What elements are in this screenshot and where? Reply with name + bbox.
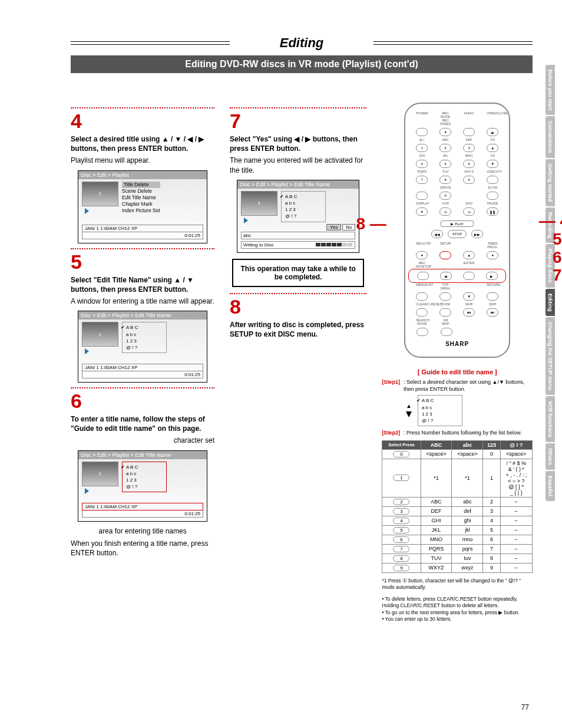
step7-number: 7 <box>230 111 366 131</box>
charset-box: A B C a b c 1 2 3 @ ! ? <box>281 191 326 222</box>
section-tab[interactable]: Changing the SETUP menu <box>546 317 555 395</box>
arrow-down-icon <box>406 411 412 417</box>
breadcrumb: Disc > Edit > Playlist > Edit Title Name <box>78 451 207 459</box>
step7-screen: Disc > Edit > Playlist > Edit Title Name… <box>237 180 359 253</box>
column-right: POWERREC MODE REC SPEEDAUDIOOPEN/CLOSE ●… <box>382 103 533 623</box>
section-tab[interactable]: Before you start <box>546 65 555 115</box>
breadcrumb: Disc > Edit > Playlist > Edit Title Name <box>78 311 207 319</box>
setup-button <box>439 251 451 259</box>
step6-number: 6 <box>71 391 214 411</box>
guide-bullets: • To delete letters, press CLEAR/C.RESET… <box>382 596 533 623</box>
section-tab[interactable]: Others <box>546 443 555 470</box>
step8-heading: After writing to disc is completed, pres… <box>230 320 366 339</box>
section-tab[interactable]: Connections <box>546 116 555 158</box>
guide-step1-tag: [Step1] <box>382 379 400 426</box>
page-title: Editing <box>71 35 533 51</box>
section-tab[interactable]: Getting started <box>546 159 555 206</box>
brand-logo: SHARP <box>410 341 504 347</box>
guide-step2-tag: [Step2] <box>382 430 400 437</box>
breadcrumb: Disc > Edit > Playlist > Edit Title Name <box>237 180 359 189</box>
step6-label-bottom: area for entering title names <box>71 526 214 536</box>
thumbnail-icon: 1 <box>82 322 118 347</box>
guide-step2-body: : Press Number buttons following by the … <box>404 430 533 437</box>
charset-box: A B C a b c 1 2 3 @ ! ? <box>122 322 167 353</box>
page-subtitle: Editing DVD-RW discs in VR mode (Playlis… <box>71 55 533 73</box>
breadcrumb: Disc > Edit > Playlist <box>78 171 207 179</box>
step7-heading: Select "Yes" using ◀ / ▶ buttons, then p… <box>230 134 366 153</box>
section-tab[interactable]: VCR functions <box>546 396 555 442</box>
page-number: 77 <box>521 703 529 711</box>
step6-screen: Disc > Edit > Playlist > Edit Title Name… <box>78 450 207 522</box>
eject-button: ⏏ <box>487 128 498 136</box>
step8-number: 8 <box>230 297 366 317</box>
charset-box: A B C a b c 1 2 3 @ ! ? <box>418 395 462 426</box>
guide-title: [ Guide to edit title name ] <box>382 368 533 375</box>
guide-step1-body: : Select a desired character set using ▲… <box>404 379 533 426</box>
play-button: ▶ PLAY <box>441 220 474 227</box>
section-tab[interactable]: Editing <box>546 289 555 317</box>
enter-button <box>463 272 475 280</box>
section-tab[interactable]: Español <box>546 471 555 501</box>
step5-body: A window for entering a title name will … <box>71 297 214 306</box>
callout-4567: — 4 5 6 7 <box>539 212 562 285</box>
step4-number: 4 <box>71 111 214 131</box>
guide-footnote: *1 Press ① button, character set will be… <box>382 578 533 591</box>
progress-icon <box>316 242 353 248</box>
rew-button: ◀◀ <box>431 230 443 238</box>
thumbnail-icon: 1 <box>82 182 118 206</box>
step5-number: 5 <box>71 252 214 272</box>
step4-body: Playlist menu will appear. <box>71 156 214 165</box>
charset-box: A B C a b c 1 2 3 @ ! ? <box>122 462 167 493</box>
step7-body: The name you entered will be activated f… <box>230 156 366 174</box>
stop-button: STOP <box>448 230 467 238</box>
step6-after: When you finish entering a title name, p… <box>71 539 214 558</box>
callout-8: 8 — <box>356 215 386 233</box>
column-middle: 7 Select "Yes" using ◀ / ▶ buttons, then… <box>230 103 366 623</box>
step5-screen: Disc > Edit > Playlist > Edit Title Name… <box>78 311 207 383</box>
column-left: 4 Select a desired title using ▲ / ▼ / ◀… <box>71 103 214 623</box>
step4-screen: Disc > Edit > Playlist 1 Title Delete Sc… <box>78 170 207 243</box>
remote-diagram: POWERREC MODE REC SPEEDAUDIOOPEN/CLOSE ●… <box>404 103 510 358</box>
step6-heading: To enter a title name, follow the steps … <box>71 414 214 433</box>
confirm-buttons: YesNo <box>241 225 355 230</box>
playlist-menu: Title Delete Scene Delete Edit Title Nam… <box>122 182 160 214</box>
thumbnail-icon: 1 <box>82 462 118 486</box>
ff-button: ▶▶ <box>471 230 483 238</box>
step4-heading: Select a desired title using ▲ / ▼ / ◀ /… <box>71 134 214 153</box>
step5-heading: Select "Edit Title Name" using ▲ / ▼ but… <box>71 275 214 294</box>
callout-warning: This operation may take a while to be co… <box>232 259 364 287</box>
rec-button: ● <box>439 128 451 136</box>
thumbnail-icon: 1 <box>241 191 277 216</box>
step6-label-top: character set <box>71 436 214 445</box>
character-table: Select Press ABC abc 123 @ ! ? 0<space><… <box>382 440 533 573</box>
power-button <box>416 128 428 136</box>
